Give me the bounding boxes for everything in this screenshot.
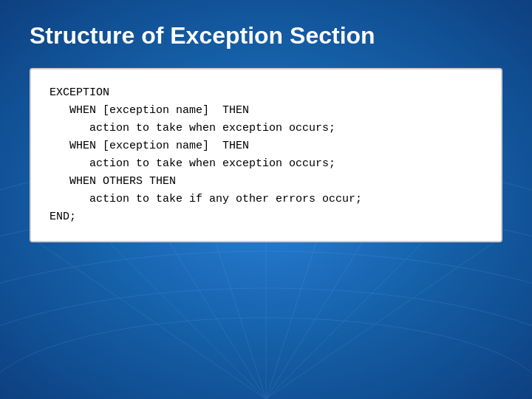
page-title: Structure of Exception Section bbox=[30, 22, 502, 50]
code-block: EXCEPTION WHEN [exception name] THEN act… bbox=[50, 84, 482, 226]
page-content: Structure of Exception Section EXCEPTION… bbox=[0, 0, 532, 265]
code-box: EXCEPTION WHEN [exception name] THEN act… bbox=[30, 68, 502, 242]
